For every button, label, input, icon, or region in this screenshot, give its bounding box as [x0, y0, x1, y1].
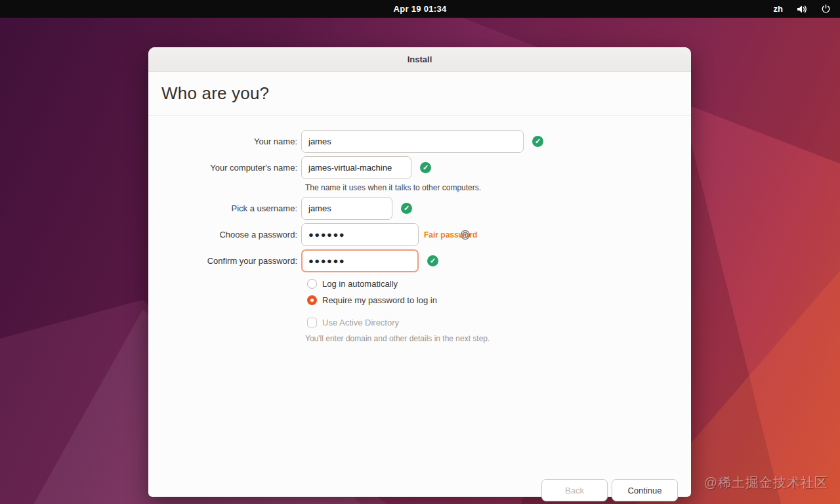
radio-require-password[interactable]: Require my password to log in	[307, 295, 691, 305]
radio-require-password-label: Require my password to log in	[322, 295, 437, 305]
clock-label[interactable]: Apr 19 01:34	[0, 0, 840, 18]
back-button[interactable]: Back	[541, 479, 608, 501]
username-label: Pick a username:	[148, 203, 301, 213]
navigation-buttons: Back Continue	[541, 479, 678, 501]
radio-login-automatically-label: Log in automatically	[322, 279, 398, 289]
password-input[interactable]	[301, 223, 419, 246]
active-directory-help: You'll enter domain and other details in…	[148, 333, 691, 344]
confirm-password-input[interactable]	[301, 249, 419, 272]
your-name-input[interactable]	[301, 130, 524, 153]
radio-login-automatically[interactable]: Log in automatically	[307, 278, 691, 289]
active-directory-label: Use Active Directory	[322, 318, 399, 327]
language-indicator[interactable]: zh	[774, 4, 783, 14]
username-input[interactable]	[301, 197, 392, 220]
password-label: Choose a password:	[148, 230, 301, 240]
who-are-you-form: Your name: ✓ Your computer's name: ✓ The…	[148, 116, 691, 344]
your-name-label: Your name:	[148, 136, 301, 146]
field-row-username: Pick a username: ✓	[148, 197, 691, 220]
window-titlebar[interactable]: Install	[148, 47, 691, 72]
top-panel: Apr 19 01:34 zh	[0, 0, 840, 18]
install-window: Install Who are you? Your name: ✓ Your c…	[148, 47, 691, 497]
computer-name-help: The name it uses when it talks to other …	[148, 182, 691, 193]
computer-name-input[interactable]	[301, 156, 411, 179]
volume-icon[interactable]	[796, 4, 808, 14]
watermark-text: @稀土掘金技术社区	[704, 474, 828, 492]
confirm-password-label: Confirm your password:	[148, 256, 301, 266]
field-row-confirm-password: Confirm your password: ✓	[148, 249, 691, 272]
radio-unselected-icon	[307, 279, 317, 289]
valid-check-icon: ✓	[420, 162, 431, 173]
computer-name-label: Your computer's name:	[148, 163, 301, 173]
reveal-password-eye-icon[interactable]	[460, 230, 471, 240]
page-content: Your name: ✓ Your computer's name: ✓ The…	[148, 116, 691, 497]
power-icon[interactable]	[821, 4, 831, 14]
valid-check-icon: ✓	[401, 203, 412, 214]
page-title: Who are you?	[161, 83, 269, 104]
continue-button[interactable]: Continue	[612, 479, 678, 501]
valid-check-icon: ✓	[532, 136, 543, 147]
window-title: Install	[408, 54, 432, 64]
radio-selected-icon	[307, 295, 317, 305]
desktop: @稀土掘金技术社区 Apr 19 01:34 zh Ins	[0, 0, 840, 504]
valid-check-icon: ✓	[427, 255, 438, 266]
checkbox-unchecked-icon	[307, 318, 317, 327]
checkbox-active-directory[interactable]: Use Active Directory	[307, 317, 691, 327]
field-row-your-name: Your name: ✓	[148, 130, 691, 153]
page-header: Who are you?	[148, 72, 691, 116]
field-row-password: Choose a password: Fair password	[148, 223, 691, 246]
field-row-computer-name: Your computer's name: ✓	[148, 156, 691, 179]
